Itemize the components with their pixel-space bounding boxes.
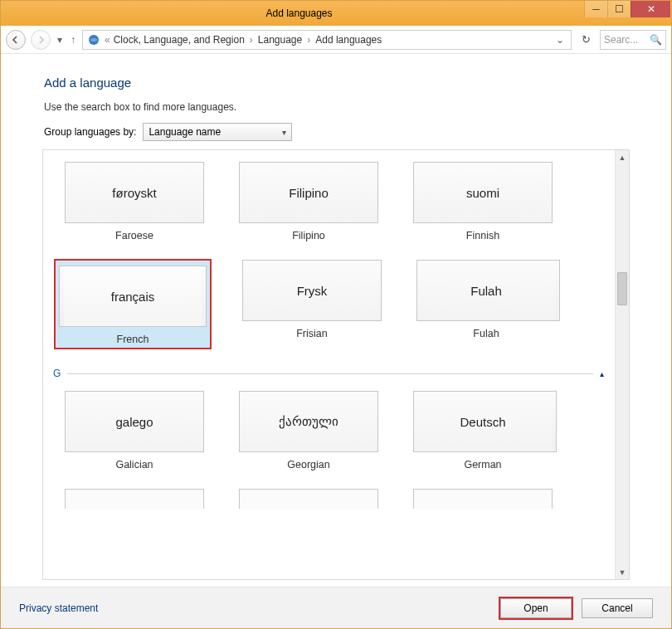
open-button-label: Open: [523, 602, 548, 614]
add-languages-window: Add languages ─ ☐ ✕ ▾ ↑ « Clock, Languag…: [0, 0, 672, 629]
language-tile: français: [63, 266, 202, 327]
language-label: Faroese: [115, 230, 153, 241]
privacy-link[interactable]: Privacy statement: [19, 602, 98, 614]
language-tile: Deutsch: [413, 391, 553, 452]
window-title: Add languages: [14, 7, 584, 19]
breadcrumb-item[interactable]: Clock, Language, and Region: [114, 34, 245, 46]
maximize-button[interactable]: ☐: [607, 1, 631, 17]
back-button[interactable]: [6, 30, 26, 50]
group-by-row: Group languages by: Language name ▾: [44, 123, 630, 141]
forward-button[interactable]: [31, 30, 51, 50]
nav-toolbar: ▾ ↑ « Clock, Language, and Region › Lang…: [1, 26, 671, 54]
section-divider: [67, 373, 593, 374]
language-tile: føroyskt: [65, 162, 204, 223]
language-list: føroyskt Faroese Filipino Filipino suomi…: [42, 149, 630, 580]
window-controls: ─ ☐ ✕: [584, 1, 670, 17]
language-tile: Fulah: [416, 260, 556, 321]
language-item-partial[interactable]: [410, 489, 556, 509]
language-tile: suomi: [413, 162, 553, 223]
language-label: Frisian: [296, 328, 328, 339]
language-item-georgian[interactable]: ქართული Georgian: [236, 391, 382, 471]
language-item-frisian[interactable]: Frysk Frisian: [239, 260, 385, 349]
breadcrumb-item[interactable]: Add languages: [315, 34, 382, 46]
open-button[interactable]: Open: [500, 598, 572, 618]
language-row: français French Frysk Frisian Fulah Fula…: [61, 260, 604, 349]
language-tile: [239, 489, 378, 509]
search-placeholder: Searc...: [604, 34, 638, 46]
language-label: Finnish: [466, 230, 499, 241]
language-item-faroese[interactable]: føroyskt Faroese: [61, 162, 207, 241]
content-area: Add a language Use the search box to fin…: [1, 54, 671, 587]
scrollbar-thumb[interactable]: [617, 272, 627, 305]
group-by-label: Group languages by:: [44, 126, 136, 138]
group-by-select[interactable]: Language name ▾: [143, 123, 292, 141]
up-button[interactable]: ↑: [69, 34, 77, 46]
group-by-value: Language name: [149, 126, 221, 138]
cancel-button-label: Cancel: [601, 602, 632, 614]
language-tile: [65, 489, 204, 509]
cancel-button[interactable]: Cancel: [582, 598, 653, 618]
language-tile: galego: [65, 391, 204, 452]
breadcrumb[interactable]: « Clock, Language, and Region › Language…: [82, 30, 572, 50]
language-label: Fulah: [473, 328, 499, 339]
breadcrumb-item[interactable]: Language: [258, 34, 302, 46]
breadcrumb-dropdown-icon[interactable]: ⌄: [556, 34, 567, 46]
language-item-galician[interactable]: galego Galician: [61, 391, 207, 471]
scroll-up-icon[interactable]: ▲: [616, 150, 629, 164]
close-button[interactable]: ✕: [631, 1, 670, 17]
language-item-partial[interactable]: [61, 489, 207, 509]
language-tile: Frysk: [242, 260, 382, 321]
language-item-finnish[interactable]: suomi Finnish: [410, 162, 556, 241]
language-label: Filipino: [292, 230, 325, 241]
scrollbar-track[interactable]: [616, 164, 629, 565]
scroll-down-icon[interactable]: ▼: [616, 565, 629, 579]
minimize-button[interactable]: ─: [584, 1, 607, 17]
collapse-icon: ▴: [600, 369, 604, 378]
language-row-partial: [61, 489, 604, 509]
help-text: Use the search box to find more language…: [44, 101, 630, 113]
scrollbar[interactable]: ▲ ▼: [615, 150, 629, 579]
page-title: Add a language: [44, 76, 630, 90]
language-label: German: [464, 459, 501, 471]
language-label: French: [117, 334, 149, 345]
language-item-filipino[interactable]: Filipino Filipino: [236, 162, 382, 241]
language-row: føroyskt Faroese Filipino Filipino suomi…: [61, 162, 604, 241]
language-item-french[interactable]: français French: [55, 260, 211, 349]
search-icon: 🔍: [650, 34, 662, 46]
language-row: galego Galician ქართული Georgian Deutsch…: [61, 391, 604, 471]
chevron-right-icon: ›: [305, 34, 312, 46]
region-icon: [86, 32, 101, 47]
section-header-g[interactable]: G ▴: [53, 368, 604, 379]
chevron-right-icon: ›: [248, 34, 255, 46]
recent-dropdown-icon[interactable]: ▾: [56, 34, 64, 46]
breadcrumb-leading: «: [105, 34, 110, 46]
refresh-button[interactable]: ↻: [577, 30, 595, 50]
language-tile: Filipino: [239, 162, 378, 223]
chevron-down-icon: ▾: [282, 128, 286, 137]
section-letter: G: [53, 368, 61, 379]
language-item-fulah[interactable]: Fulah Fulah: [413, 260, 559, 349]
search-input[interactable]: Searc... 🔍: [600, 30, 666, 50]
footer: Privacy statement Open Cancel: [1, 587, 671, 628]
language-list-viewport: føroyskt Faroese Filipino Filipino suomi…: [43, 150, 614, 579]
language-item-german[interactable]: Deutsch German: [410, 391, 556, 471]
language-tile: ქართული: [239, 391, 378, 452]
language-label: Galician: [115, 459, 153, 471]
language-tile: [413, 489, 553, 509]
language-item-partial[interactable]: [236, 489, 382, 509]
titlebar: Add languages ─ ☐ ✕: [1, 1, 671, 26]
language-label: Georgian: [287, 459, 329, 471]
